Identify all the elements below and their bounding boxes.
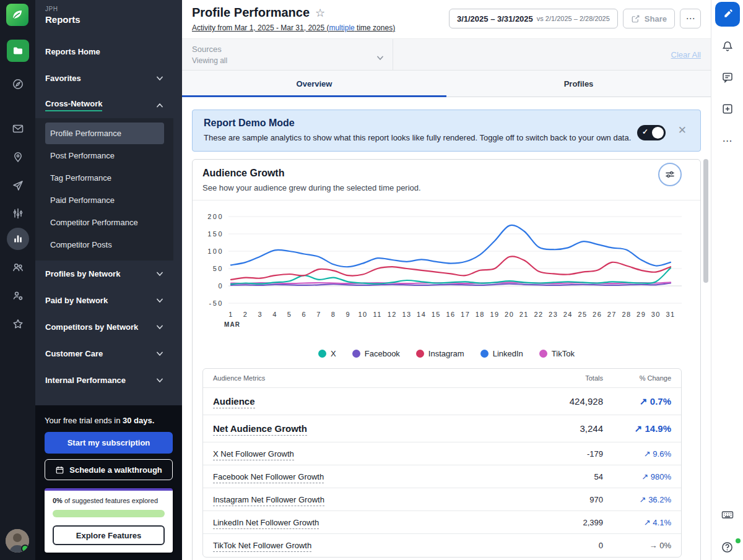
profile-settings-icon[interactable] [7,285,29,307]
explore-features-button[interactable]: Explore Features [53,525,165,545]
sidebar-item-favorites[interactable]: Favorites [35,65,173,92]
metric-change[interactable]: ↗ 0.7% [603,396,671,407]
more-options-button[interactable]: ⋯ [680,9,701,28]
clear-all-link[interactable]: Clear All [671,50,701,59]
schedule-walkthrough-button[interactable]: Schedule a walkthrough [45,459,173,480]
metric-label[interactable]: Facebook Net Follower Growth [213,472,324,483]
reports-icon[interactable] [7,228,29,250]
pin-icon[interactable] [7,146,29,168]
tab-overview[interactable]: Overview [182,71,446,97]
inbox-icon[interactable] [7,118,29,140]
more-icon[interactable]: ⋯ [719,132,736,149]
demo-mode-toggle[interactable] [637,125,666,140]
sidebar-item-paid-by-network[interactable]: Paid by Network [35,287,173,314]
svg-text:50: 50 [213,265,224,272]
metric-total: 2,399 [523,518,603,527]
sidebar-item-tag-performance[interactable]: Tag Performance [45,167,164,189]
metric-change[interactable]: ↗ 4.1% [603,518,671,527]
folder-icon[interactable] [7,40,29,62]
sidebar-item-reports-home[interactable]: Reports Home [35,38,173,65]
add-square-icon[interactable] [719,101,736,117]
report-scroll-area: Report Demo Mode These are sample analyt… [182,101,711,560]
trend-up-arrow-icon: ↗ [635,423,643,434]
legend-item-x[interactable]: X [318,349,336,358]
metric-label[interactable]: Audience [213,396,255,408]
svg-text:2: 2 [243,311,248,318]
chevron-down-icon [156,325,163,330]
svg-text:30: 30 [651,311,661,318]
vertical-scrollbar[interactable] [703,159,708,283]
metric-label[interactable]: TikTok Net Follower Growth [213,541,311,552]
leaf-icon [11,8,24,22]
share-button[interactable]: Share [623,9,675,28]
metric-change[interactable]: ↗ 980% [603,472,671,481]
help-icon[interactable] [719,539,736,555]
chart-legend: XFacebookInstagramLinkedInTikTok [193,347,700,367]
sidebar-item-customer-care[interactable]: Customer Care [35,340,173,367]
svg-text:18: 18 [476,311,485,318]
listening-levels-icon[interactable] [7,202,29,225]
premium-star-icon[interactable] [7,313,29,335]
start-subscription-button[interactable]: Start my subscription [45,432,173,454]
sidebar-item-internal-performance[interactable]: Internal Performance [35,367,173,394]
metric-change[interactable]: ↗ 9.6% [603,449,671,459]
metric-label[interactable]: LinkedIn Net Follower Growth [213,518,319,529]
sources-bar: Sources Viewing all Clear All [182,38,711,71]
svg-text:11: 11 [373,311,381,318]
user-avatar[interactable] [6,529,29,553]
favorite-star-icon[interactable]: ☆ [315,6,325,20]
features-progress-bar [53,510,165,517]
svg-text:1: 1 [228,311,233,318]
metric-row-facebook-net-follower-growth: Facebook Net Follower Growth54↗ 980% [203,465,681,488]
sidebar-item-competitor-performance[interactable]: Competitor Performance [45,212,164,233]
trial-panel: Your free trial ends in 30 days. Start m… [35,405,182,560]
notifications-bell-icon[interactable] [719,38,736,54]
close-icon[interactable]: ✕ [678,124,687,137]
publishing-plane-icon[interactable] [7,174,29,197]
sidebar-item-competitors-by-network[interactable]: Competitors by Network [35,314,173,340]
compose-button[interactable] [715,2,740,27]
sidebar-item-profiles-by-network[interactable]: Profiles by Network [35,261,173,287]
metric-change[interactable]: ↗ 36.2% [603,495,671,504]
sidebar-item-post-performance[interactable]: Post Performance [45,145,164,166]
compass-icon[interactable] [7,73,29,95]
metric-label[interactable]: Net Audience Growth [213,423,307,436]
tab-profiles[interactable]: Profiles [446,71,711,97]
messages-icon[interactable] [719,69,736,85]
chart-settings-button[interactable] [658,163,682,186]
svg-text:4: 4 [272,311,277,318]
sidebar-item-profile-performance[interactable]: Profile Performance [45,123,164,144]
sidebar-item-competitor-posts[interactable]: Competitor Posts [45,234,164,256]
metric-total: 0 [523,541,603,550]
svg-text:23: 23 [549,311,558,318]
export-icon [631,14,640,24]
table-header: Audience Metrics Totals % Change [203,369,681,388]
svg-text:10: 10 [358,311,367,318]
metric-label[interactable]: X Net Follower Growth [213,449,294,460]
main-content: Profile Performance ☆ Activity from Mar … [182,0,711,560]
legend-item-tiktok[interactable]: TikTok [539,349,575,358]
keyboard-shortcuts-icon[interactable] [719,507,736,523]
metric-change[interactable]: ↗ 14.9% [603,423,671,434]
sidebar-item-cross-network[interactable]: Cross-Network [35,92,173,118]
sidebar-header: JPH Reports [35,0,182,31]
svg-text:200: 200 [207,213,224,220]
audience-people-icon[interactable] [7,256,29,278]
legend-dot [318,350,326,358]
metric-label[interactable]: Instagram Net Follower Growth [213,495,324,506]
sidebar-item-paid-performance[interactable]: Paid Performance [45,189,164,211]
svg-text:100: 100 [207,248,224,255]
svg-text:25: 25 [578,311,587,318]
sprout-logo[interactable] [6,4,28,26]
metric-total: 970 [523,495,603,504]
sources-dropdown[interactable]: Sources Viewing all [182,39,393,70]
metric-change[interactable]: → 0% [603,541,671,550]
legend-item-facebook[interactable]: Facebook [352,349,400,358]
svg-text:17: 17 [461,311,470,318]
legend-item-linkedin[interactable]: LinkedIn [480,349,523,358]
svg-text:15: 15 [432,311,441,318]
date-range-button[interactable]: 3/1/2025 – 3/31/2025 vs 2/1/2025 – 2/28/… [449,9,618,28]
chevron-down-icon [156,378,163,383]
audience-growth-chart[interactable]: -500501001502001234567891011121314151617… [193,200,700,347]
legend-item-instagram[interactable]: Instagram [416,349,464,358]
